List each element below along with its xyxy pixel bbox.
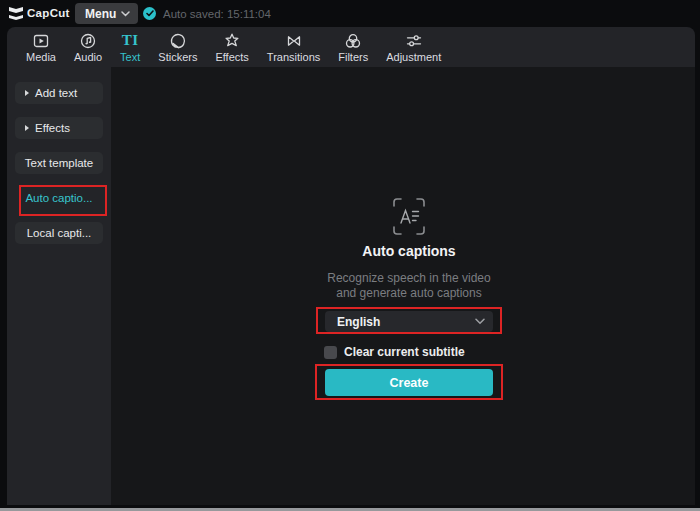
media-icon [32,31,50,50]
app-panel: Media Audio TI Text [7,27,695,505]
toolbar-tab-label: Filters [338,51,368,63]
toolbar-tab-label: Stickers [158,51,197,63]
stickers-icon [169,31,187,50]
media-type-toolbar: Media Audio TI Text [7,27,695,67]
toolbar-tab-adjustment[interactable]: Adjustment [377,31,450,63]
sidebar-item-label: Auto captio... [25,192,92,204]
sidebar-item-label: Local capti... [27,227,92,239]
sidebar-item-add-text[interactable]: Add text [15,82,103,104]
text-icon: TI [122,31,139,50]
sidebar-item-auto-captions[interactable]: Auto captio... [15,187,103,209]
auto-captions-panel: Auto captions Recognize speech in the vi… [111,67,695,505]
sidebar-item-local-captions[interactable]: Local capti... [15,222,103,244]
app-title: CapCut [27,7,70,19]
toolbar-tab-label: Audio [74,51,102,63]
toolbar-tab-transitions[interactable]: Transitions [258,31,329,63]
panel-description: Recognize speech in the video and genera… [225,271,593,301]
toolbar-tab-audio[interactable]: Audio [65,31,111,63]
toolbar-tab-label: Effects [215,51,248,63]
toolbar-tab-media[interactable]: Media [17,31,65,63]
language-select[interactable]: English [325,311,493,332]
toolbar-tab-text[interactable]: TI Text [111,31,149,63]
autosave-text: Auto saved: 15:11:04 [163,8,271,20]
clear-subtitle-option: Clear current subtitle [324,345,465,359]
adjustment-icon [405,31,423,50]
effects-icon [223,31,241,50]
autosave-status: Auto saved: 15:11:04 [143,7,271,20]
sidebar-item-text-template[interactable]: Text template [15,152,103,174]
disclosure-arrow-icon [25,90,29,96]
top-menu-bar: CapCut Menu Auto saved: 15:11:04 [0,0,700,27]
toolbar-tab-label: Transitions [267,51,320,63]
transitions-icon [285,31,303,50]
toolbar-tab-label: Text [120,51,140,63]
clear-subtitle-label: Clear current subtitle [344,345,465,359]
toolbar-tab-label: Adjustment [386,51,441,63]
panel-title: Auto captions [225,243,593,259]
sidebar-item-label: Add text [35,87,77,99]
chevron-down-icon [475,318,485,325]
sidebar-item-label: Effects [35,122,70,134]
toolbar-tab-effects[interactable]: Effects [206,31,257,63]
caption-frame-icon [393,198,425,235]
capcut-window: CapCut Menu Auto saved: 15:11:04 [0,0,700,511]
language-select-value: English [337,315,380,329]
audio-icon [79,31,97,50]
capcut-logo-icon [8,6,24,21]
text-sidebar: Add text Effects Text template Auto capt… [7,67,111,505]
sidebar-item-label: Text template [25,157,93,169]
toolbar-tab-stickers[interactable]: Stickers [149,31,206,63]
filters-icon [344,31,362,50]
toolbar-tab-label: Media [26,51,56,63]
menu-button[interactable]: Menu [75,3,138,24]
toolbar-tab-filters[interactable]: Filters [329,31,377,63]
clear-subtitle-checkbox[interactable] [324,346,337,359]
sidebar-item-effects[interactable]: Effects [15,117,103,139]
chevron-down-icon [121,11,130,17]
disclosure-arrow-icon [25,125,29,131]
create-button[interactable]: Create [325,369,493,396]
autosave-check-icon [143,7,156,20]
